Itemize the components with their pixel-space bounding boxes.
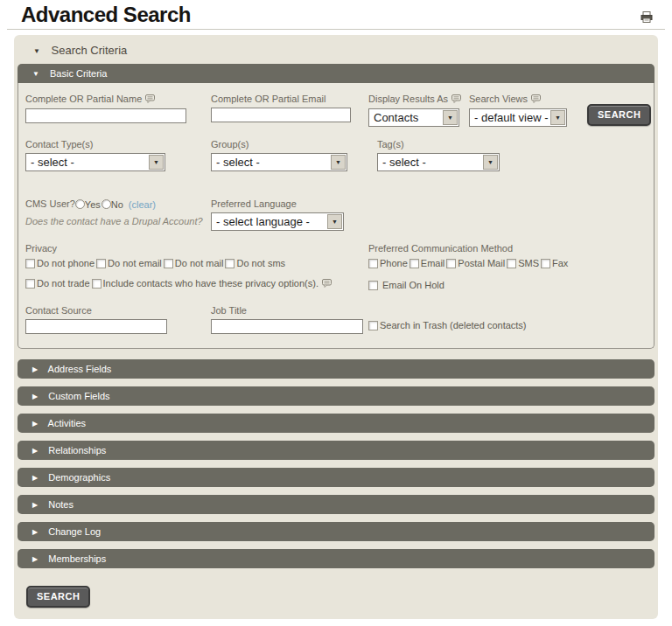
do-not-email-checkbox[interactable]: [96, 259, 106, 268]
chevron-right-icon: ▶: [32, 501, 38, 509]
name-input[interactable]: [25, 108, 186, 123]
basic-criteria-section: ▼ Basic Criteria Complete OR Partial Nam…: [18, 64, 654, 349]
comm-postal-mail-label: Postal Mail: [458, 258, 505, 268]
section-activities[interactable]: ▶ Activities: [18, 414, 654, 433]
email-on-hold-label: Email On Hold: [382, 280, 444, 290]
email-on-hold-checkbox[interactable]: [368, 281, 378, 290]
section-notes[interactable]: ▶ Notes: [18, 495, 654, 514]
comm-postal-mail-checkbox[interactable]: [446, 259, 456, 268]
comm-sms-label: SMS: [518, 258, 539, 268]
printer-icon[interactable]: [640, 10, 653, 22]
cms-user-no-radio[interactable]: [102, 199, 111, 209]
section-change-log[interactable]: ▶ Change Log: [18, 522, 654, 541]
preferred-language-label: Preferred Language: [211, 198, 344, 210]
comm-fax-checkbox[interactable]: [541, 259, 550, 268]
name-label: Complete OR Partial Name: [25, 94, 186, 106]
search-form-panel: ▼ Search Criteria ▼ Basic Criteria Compl…: [14, 35, 658, 619]
chevron-right-icon: ▶: [32, 528, 38, 536]
contact-source-input[interactable]: [25, 319, 167, 334]
section-relationships[interactable]: ▶ Relationships: [18, 441, 654, 460]
help-icon[interactable]: [531, 94, 541, 106]
search-in-trash-label: Search in Trash (deleted contacts): [380, 320, 527, 330]
help-icon[interactable]: [322, 275, 332, 291]
search-in-trash-checkbox[interactable]: [368, 321, 378, 330]
comm-email-label: Email: [421, 258, 445, 268]
help-icon[interactable]: [452, 94, 461, 106]
do-not-mail-checkbox[interactable]: [164, 259, 173, 268]
comm-sms-checkbox[interactable]: [507, 259, 516, 268]
privacy-include-checkbox[interactable]: [92, 279, 102, 289]
do-not-email-label: Do not email: [108, 258, 162, 268]
comm-phone-label: Phone: [380, 258, 408, 268]
search-views-select[interactable]: - default view - ▼: [469, 108, 567, 127]
comm-method-label: Preferred Communication Method: [368, 243, 573, 254]
contact-source-label: Contact Source: [25, 305, 167, 316]
do-not-sms-label: Do not sms: [236, 258, 285, 268]
tag-select[interactable]: - select - ▼: [377, 153, 500, 171]
cms-user-hint: Does the contact have a Drupal Account?: [25, 216, 203, 226]
do-not-sms-checkbox[interactable]: [225, 259, 234, 268]
section-label: Memberships: [48, 553, 106, 564]
basic-criteria-body: Complete OR Partial Name Complete OR Par…: [18, 83, 654, 349]
search-criteria-toggle[interactable]: ▼ Search Criteria: [14, 35, 658, 64]
do-not-trade-checkbox[interactable]: [25, 279, 35, 289]
display-results-value: Contacts: [374, 111, 418, 124]
contact-type-label: Contact Type(s): [25, 139, 165, 150]
tag-label: Tag(s): [377, 139, 500, 150]
cms-user-yes-radio[interactable]: [75, 199, 85, 209]
chevron-right-icon: ▶: [32, 365, 38, 373]
cms-user-clear-link[interactable]: (clear): [129, 199, 156, 210]
tag-value: - select -: [382, 156, 426, 169]
display-results-select[interactable]: Contacts ▼: [368, 108, 459, 127]
contact-type-select[interactable]: - select - ▼: [25, 153, 165, 171]
section-label: Demographics: [48, 472, 110, 483]
do-not-mail-label: Do not mail: [175, 258, 224, 268]
group-label: Group(s): [211, 139, 347, 150]
section-demographics[interactable]: ▶ Demographics: [18, 468, 654, 487]
comm-fax-label: Fax: [552, 258, 568, 268]
chevron-right-icon: ▶: [32, 447, 38, 455]
chevron-down-icon: ▼: [32, 70, 39, 78]
section-memberships[interactable]: ▶ Memberships: [18, 549, 654, 568]
dropdown-arrow-icon: ▼: [331, 155, 346, 170]
search-button-top[interactable]: SEARCH: [587, 104, 651, 126]
dropdown-arrow-icon: ▼: [149, 155, 164, 170]
help-icon[interactable]: [145, 94, 155, 106]
search-views-label: Search Views: [469, 94, 567, 106]
basic-criteria-label: Basic Criteria: [50, 68, 107, 79]
chevron-right-icon: ▶: [32, 420, 38, 428]
search-criteria-label: Search Criteria: [52, 44, 128, 57]
cms-user-no-label: No: [111, 199, 123, 210]
preferred-language-value: - select language -: [216, 215, 310, 228]
do-not-phone-checkbox[interactable]: [25, 259, 35, 268]
comm-email-checkbox[interactable]: [410, 259, 419, 268]
basic-criteria-toggle[interactable]: ▼ Basic Criteria: [18, 64, 654, 83]
display-results-label: Display Results As: [368, 94, 461, 106]
do-not-phone-label: Do not phone: [37, 258, 94, 268]
search-button-bottom[interactable]: SEARCH: [26, 586, 90, 608]
chevron-down-icon: ▼: [33, 47, 40, 55]
title-divider: [7, 29, 665, 30]
section-label: Relationships: [48, 445, 106, 456]
cms-user-label: CMS User?: [25, 198, 75, 210]
cms-user-yes-label: Yes: [85, 199, 101, 210]
section-custom-fields[interactable]: ▶ Custom Fields: [18, 386, 654, 406]
group-select[interactable]: - select - ▼: [211, 153, 347, 171]
chevron-right-icon: ▶: [32, 393, 38, 400]
preferred-language-select[interactable]: - select language - ▼: [211, 212, 344, 231]
job-title-label: Job Title: [211, 305, 363, 316]
email-label: Complete OR Partial Email: [211, 94, 351, 105]
section-label: Change Log: [48, 526, 101, 537]
privacy-label: Privacy: [25, 243, 332, 254]
section-label: Address Fields: [48, 364, 112, 374]
privacy-include-label: Include contacts who have these privacy …: [103, 278, 318, 289]
search-views-value: - default view -: [474, 111, 549, 124]
job-title-input[interactable]: [211, 319, 363, 334]
section-address-fields[interactable]: ▶ Address Fields: [18, 359, 654, 379]
comm-phone-checkbox[interactable]: [368, 259, 378, 268]
email-input[interactable]: [211, 108, 351, 122]
chevron-right-icon: ▶: [32, 555, 38, 563]
page-title: Advanced Search: [21, 3, 672, 27]
section-label: Activities: [48, 418, 86, 428]
section-label: Custom Fields: [48, 391, 109, 401]
